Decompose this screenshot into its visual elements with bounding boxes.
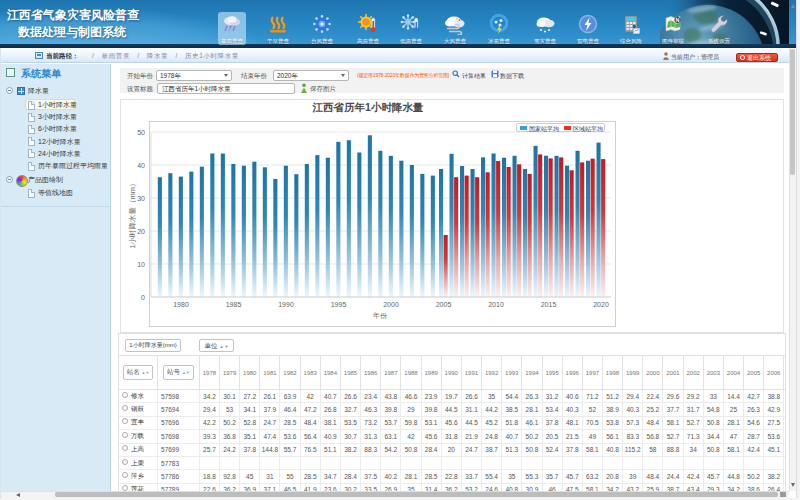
svg-text:1985: 1985 bbox=[226, 301, 242, 308]
svg-text:2020: 2020 bbox=[593, 301, 609, 308]
svg-text:1995: 1995 bbox=[331, 301, 347, 308]
svg-text:20: 20 bbox=[137, 228, 145, 235]
svg-text:0: 0 bbox=[141, 294, 145, 301]
svg-text:30: 30 bbox=[137, 195, 145, 202]
svg-text:2010: 2010 bbox=[488, 301, 504, 308]
svg-text:2015: 2015 bbox=[541, 301, 557, 308]
svg-text:40: 40 bbox=[137, 162, 145, 169]
svg-text:50: 50 bbox=[137, 129, 145, 136]
svg-text:1小时降水量（mm）: 1小时降水量（mm） bbox=[128, 179, 137, 248]
svg-text:1980: 1980 bbox=[173, 301, 189, 308]
svg-text:2000: 2000 bbox=[383, 301, 399, 308]
svg-text:N: N bbox=[676, 17, 680, 23]
svg-text:2005: 2005 bbox=[436, 301, 452, 308]
svg-text:10: 10 bbox=[137, 261, 145, 268]
svg-text:1990: 1990 bbox=[278, 301, 294, 308]
